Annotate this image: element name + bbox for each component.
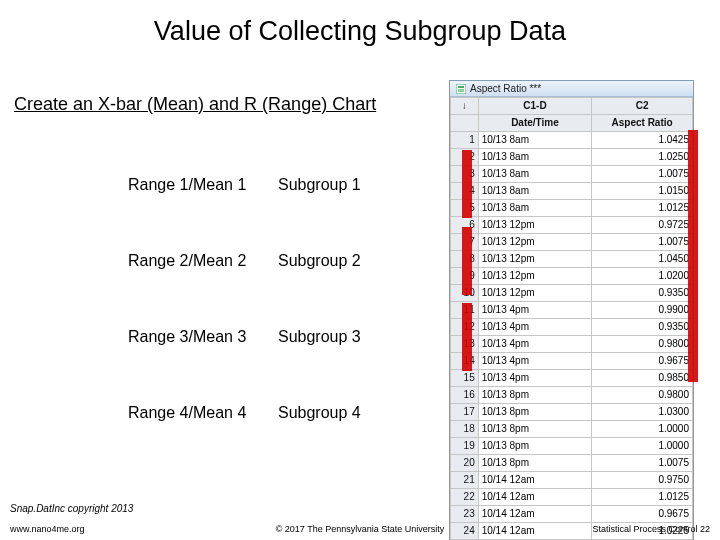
- pair-row: Range 1/Mean 1 Subgroup 1: [128, 150, 448, 220]
- cell-datetime: 10/13 8am: [478, 166, 591, 183]
- cell-value: 0.9750: [592, 472, 693, 489]
- pair-left: Range 2/Mean 2: [128, 252, 278, 270]
- cell-value: 1.0150: [592, 183, 693, 200]
- cell-datetime: 10/14 12am: [478, 506, 591, 523]
- table-row: 1810/13 8pm1.0000: [451, 421, 693, 438]
- footer-copyright: Snap.DatInc copyright 2013: [10, 503, 133, 514]
- cell-value: 1.0075: [592, 234, 693, 251]
- cell-datetime: 10/13 4pm: [478, 370, 591, 387]
- cell-value: 0.9850: [592, 370, 693, 387]
- table-row: 2310/14 12am0.9675: [451, 506, 693, 523]
- col-c2: C2: [592, 98, 693, 115]
- cell-value: 0.9350: [592, 285, 693, 302]
- worksheet-table: ↓ C1-D C2 Date/Time Aspect Ratio 110/13 …: [450, 97, 693, 540]
- cell-datetime: 10/13 8am: [478, 183, 591, 200]
- cell-datetime: 10/13 4pm: [478, 336, 591, 353]
- table-row: 1610/13 8pm0.9800: [451, 387, 693, 404]
- table-row: 210/13 8am1.0250: [451, 149, 693, 166]
- pair-right: Subgroup 1: [278, 176, 428, 194]
- highlight-bar: [688, 130, 698, 214]
- table-row: 2110/14 12am0.9750: [451, 472, 693, 489]
- cell-datetime: 10/13 12pm: [478, 217, 591, 234]
- table-row: 910/13 12pm1.0200: [451, 268, 693, 285]
- cell-datetime: 10/14 12am: [478, 489, 591, 506]
- table-row: 610/13 12pm0.9725: [451, 217, 693, 234]
- pair-right: Subgroup 2: [278, 252, 428, 270]
- cell-datetime: 10/13 12pm: [478, 268, 591, 285]
- cell-datetime: 10/13 8pm: [478, 387, 591, 404]
- cell-value: 1.0200: [592, 268, 693, 285]
- cell-value: 0.9675: [592, 353, 693, 370]
- worksheet-title-bar: Aspect Ratio ***: [450, 81, 693, 97]
- col-blank: [451, 115, 479, 132]
- worksheet-title-text: Aspect Ratio ***: [470, 83, 541, 94]
- row-number: 17: [451, 404, 479, 421]
- cell-value: 1.0450: [592, 251, 693, 268]
- cell-value: 1.0425: [592, 132, 693, 149]
- cell-value: 0.9675: [592, 506, 693, 523]
- highlight-bar: [688, 214, 698, 298]
- cell-datetime: 10/13 12pm: [478, 251, 591, 268]
- row-number: 21: [451, 472, 479, 489]
- highlight-bar: [462, 150, 472, 218]
- col-datetime: Date/Time: [478, 115, 591, 132]
- cell-datetime: 10/13 8pm: [478, 404, 591, 421]
- cell-value: 0.9350: [592, 319, 693, 336]
- pair-left: Range 4/Mean 4: [128, 404, 278, 422]
- cell-value: 1.0000: [592, 421, 693, 438]
- pair-row: Range 4/Mean 4 Subgroup 4: [128, 378, 448, 448]
- slide-subtitle: Create an X-bar (Mean) and R (Range) Cha…: [14, 94, 376, 115]
- table-row: 1110/13 4pm0.9900: [451, 302, 693, 319]
- worksheet-icon: [456, 84, 466, 94]
- cell-value: 1.0000: [592, 438, 693, 455]
- svg-rect-1: [458, 86, 464, 88]
- table-row: 810/13 12pm1.0450: [451, 251, 693, 268]
- data-worksheet: Aspect Ratio *** ↓ C1-D C2 Date/Time Asp…: [449, 80, 694, 540]
- row-number: 18: [451, 421, 479, 438]
- table-row: 1010/13 12pm0.9350: [451, 285, 693, 302]
- pair-left: Range 3/Mean 3: [128, 328, 278, 346]
- row-number: 16: [451, 387, 479, 404]
- svg-rect-2: [458, 89, 464, 92]
- row-number: 15: [451, 370, 479, 387]
- subgroup-pairs: Range 1/Mean 1 Subgroup 1 Range 2/Mean 2…: [128, 150, 448, 454]
- cell-datetime: 10/13 8pm: [478, 455, 591, 472]
- row-number: 20: [451, 455, 479, 472]
- highlight-bar: [462, 227, 472, 295]
- footer-right: Statistical Process Control 22: [592, 524, 710, 534]
- highlight-bar: [688, 298, 698, 382]
- cell-value: 1.0075: [592, 455, 693, 472]
- cell-value: 1.0300: [592, 404, 693, 421]
- cell-datetime: 10/13 8pm: [478, 438, 591, 455]
- cell-datetime: 10/13 4pm: [478, 319, 591, 336]
- table-row: 1710/13 8pm1.0300: [451, 404, 693, 421]
- cell-datetime: 10/13 8am: [478, 200, 591, 217]
- cell-datetime: 10/13 8pm: [478, 421, 591, 438]
- cell-value: 0.9800: [592, 336, 693, 353]
- highlight-bar: [462, 303, 472, 371]
- table-row: 1210/13 4pm0.9350: [451, 319, 693, 336]
- pair-right: Subgroup 3: [278, 328, 428, 346]
- table-row: 1310/13 4pm0.9800: [451, 336, 693, 353]
- row-number: 1: [451, 132, 479, 149]
- cell-datetime: 10/13 4pm: [478, 302, 591, 319]
- cell-value: 0.9900: [592, 302, 693, 319]
- cell-value: 1.0250: [592, 149, 693, 166]
- col-arrow: ↓: [451, 98, 479, 115]
- table-row: 1910/13 8pm1.0000: [451, 438, 693, 455]
- cell-value: 1.0125: [592, 200, 693, 217]
- cell-datetime: 10/13 12pm: [478, 234, 591, 251]
- cell-datetime: 10/14 12am: [478, 472, 591, 489]
- cell-datetime: 10/13 4pm: [478, 353, 591, 370]
- cell-value: 1.0075: [592, 166, 693, 183]
- cell-datetime: 10/13 8am: [478, 149, 591, 166]
- table-row: 410/13 8am1.0150: [451, 183, 693, 200]
- cell-datetime: 10/13 12pm: [478, 285, 591, 302]
- table-row: 710/13 12pm1.0075: [451, 234, 693, 251]
- table-row: 1510/13 4pm0.9850: [451, 370, 693, 387]
- pair-right: Subgroup 4: [278, 404, 428, 422]
- slide-title: Value of Collecting Subgroup Data: [0, 16, 720, 47]
- table-row: 310/13 8am1.0075: [451, 166, 693, 183]
- col-c1: C1-D: [478, 98, 591, 115]
- pair-left: Range 1/Mean 1: [128, 176, 278, 194]
